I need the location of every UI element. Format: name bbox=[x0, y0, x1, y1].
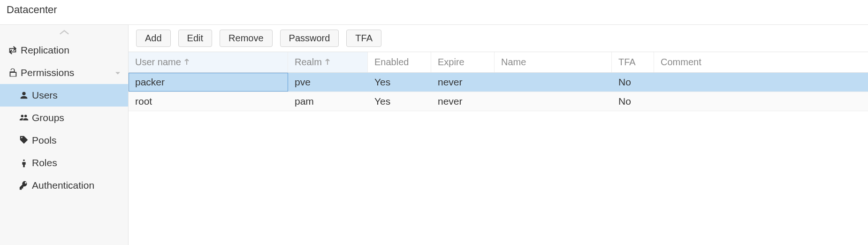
edit-button[interactable]: Edit bbox=[178, 30, 212, 47]
tfa-button[interactable]: TFA bbox=[346, 30, 381, 47]
sidebar-item-roles[interactable]: Roles bbox=[0, 152, 128, 174]
sidebar-item-replication[interactable]: Replication bbox=[0, 39, 128, 61]
cell-name bbox=[495, 92, 612, 111]
cell-enabled: Yes bbox=[368, 73, 431, 92]
sidebar-collapse-button[interactable] bbox=[0, 25, 128, 39]
sidebar-item-label: Pools bbox=[32, 135, 57, 146]
retweet-icon bbox=[8, 45, 21, 55]
sort-asc-icon bbox=[325, 57, 330, 68]
cell-expire: never bbox=[431, 92, 495, 111]
column-header-tfa[interactable]: TFA bbox=[612, 52, 654, 72]
page-title: Datacenter bbox=[0, 0, 868, 24]
unlock-icon bbox=[8, 68, 21, 78]
column-label: Expire bbox=[438, 57, 464, 68]
sidebar-item-permissions[interactable]: Permissions bbox=[0, 61, 128, 84]
sidebar-item-authentication[interactable]: Authentication bbox=[0, 174, 128, 197]
cell-username: root bbox=[129, 92, 288, 111]
column-label: Comment bbox=[661, 57, 701, 68]
main-panel: Add Edit Remove Password TFA User name R… bbox=[129, 25, 868, 245]
remove-button[interactable]: Remove bbox=[220, 30, 272, 47]
cell-realm: pam bbox=[288, 92, 368, 111]
cell-comment bbox=[654, 73, 868, 92]
column-header-name[interactable]: Name bbox=[495, 52, 612, 72]
user-icon bbox=[19, 90, 32, 100]
column-label: Enabled bbox=[374, 57, 409, 68]
password-button[interactable]: Password bbox=[280, 30, 339, 47]
sidebar-item-groups[interactable]: Groups bbox=[0, 107, 128, 129]
cell-expire: never bbox=[431, 73, 495, 92]
sidebar-item-label: Replication bbox=[21, 45, 69, 56]
cell-tfa: No bbox=[612, 92, 654, 111]
key-icon bbox=[19, 180, 32, 191]
cell-comment bbox=[654, 92, 868, 111]
toolbar: Add Edit Remove Password TFA bbox=[129, 25, 868, 52]
sidebar-item-label: Groups bbox=[32, 112, 64, 123]
column-label: Name bbox=[501, 57, 526, 68]
cell-username: packer bbox=[129, 73, 288, 92]
chevron-up-icon bbox=[59, 27, 69, 38]
table-row[interactable]: packer pve Yes never No bbox=[129, 73, 868, 92]
male-icon bbox=[19, 158, 32, 168]
column-label: TFA bbox=[618, 57, 636, 68]
cell-realm: pve bbox=[288, 73, 368, 92]
tags-icon bbox=[19, 135, 32, 145]
column-header-comment[interactable]: Comment bbox=[654, 52, 868, 72]
sort-asc-icon bbox=[184, 57, 190, 68]
cell-tfa: No bbox=[612, 73, 654, 92]
sidebar-item-label: Users bbox=[32, 90, 58, 101]
sidebar-item-label: Authentication bbox=[32, 180, 94, 191]
cell-name bbox=[495, 73, 612, 92]
table-row[interactable]: root pam Yes never No bbox=[129, 92, 868, 111]
sidebar-item-pools[interactable]: Pools bbox=[0, 129, 128, 152]
column-label: Realm bbox=[295, 57, 322, 68]
sidebar: Replication Permissions Users Groups bbox=[0, 25, 129, 245]
sidebar-item-users[interactable]: Users bbox=[0, 84, 128, 107]
users-table: User name Realm Enabled Expire bbox=[129, 52, 868, 111]
add-button[interactable]: Add bbox=[136, 30, 171, 47]
column-label: User name bbox=[135, 57, 181, 68]
table-header: User name Realm Enabled Expire bbox=[129, 52, 868, 73]
column-header-enabled[interactable]: Enabled bbox=[368, 52, 431, 72]
sidebar-item-label: Roles bbox=[32, 157, 57, 168]
users-icon bbox=[19, 113, 32, 123]
caret-down-icon bbox=[115, 68, 121, 78]
cell-enabled: Yes bbox=[368, 92, 431, 111]
sidebar-item-label: Permissions bbox=[21, 67, 74, 78]
column-header-username[interactable]: User name bbox=[129, 52, 288, 72]
column-header-realm[interactable]: Realm bbox=[288, 52, 368, 72]
column-header-expire[interactable]: Expire bbox=[431, 52, 495, 72]
